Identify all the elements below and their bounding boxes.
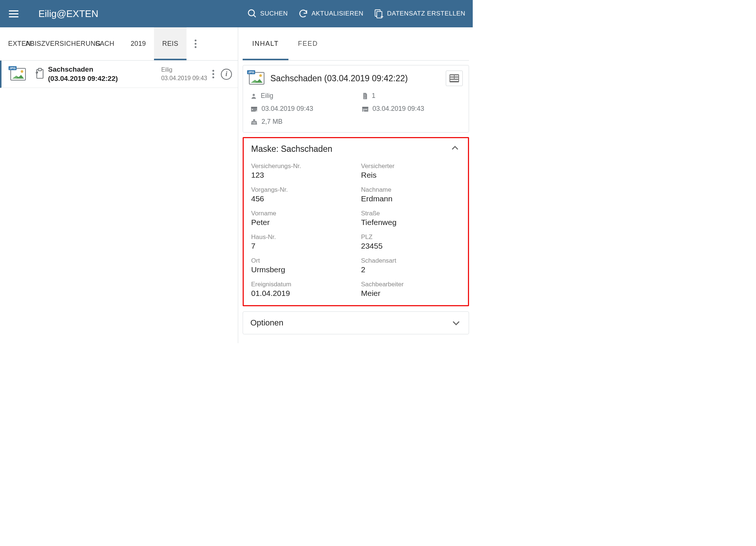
svg-rect-12 bbox=[455, 78, 458, 79]
refresh-label: AKTUALISIEREN bbox=[311, 10, 363, 17]
svg-rect-9 bbox=[450, 75, 454, 76]
svg-rect-24 bbox=[366, 109, 367, 110]
svg-rect-7 bbox=[38, 68, 42, 71]
search-icon bbox=[247, 8, 257, 19]
svg-rect-21 bbox=[362, 107, 368, 108]
fld-value: 2 bbox=[361, 265, 460, 274]
summary-card: JPG Sachschaden (03.04.2019 09:42:22) Ei… bbox=[243, 65, 469, 133]
refresh-icon bbox=[298, 8, 308, 19]
fld-label: Ort bbox=[251, 257, 350, 265]
summary-jpg-icon: JPG bbox=[249, 72, 264, 85]
chevron-down-icon bbox=[451, 318, 461, 328]
tab-inhalt[interactable]: INHALT bbox=[243, 27, 288, 60]
app-title: Eilig@EXTEN bbox=[38, 8, 98, 20]
inbox-icon bbox=[35, 68, 44, 81]
tab-feed[interactable]: FEED bbox=[288, 27, 328, 60]
svg-rect-22 bbox=[363, 109, 364, 110]
app-header: Eilig@EXTEN SUCHEN AKTUALISIEREN DATENSA… bbox=[0, 0, 473, 27]
detail-tabbar: INHALT FEED bbox=[243, 27, 469, 61]
new-record-icon bbox=[374, 8, 384, 19]
svg-rect-13 bbox=[450, 80, 458, 81]
tab-reis[interactable]: REIS bbox=[154, 27, 187, 60]
modified-date-icon bbox=[362, 106, 369, 112]
mask-grid: Versicherungs-Nr.123 VersicherterReis Vo… bbox=[244, 157, 468, 305]
menu-icon[interactable] bbox=[7, 8, 20, 20]
vertical-dots-icon bbox=[195, 40, 196, 48]
svg-rect-26 bbox=[253, 119, 255, 121]
left-pane: EXTEN ABISZVERSICHERUNG SACH 2019 REIS J… bbox=[0, 27, 238, 343]
summary-modified: 03.04.2019 09:43 bbox=[373, 105, 424, 113]
fld-value: 01.04.2019 bbox=[251, 289, 350, 298]
form-icon bbox=[449, 74, 459, 82]
fld-value: 123 bbox=[251, 171, 350, 180]
svg-text:2: 2 bbox=[364, 96, 366, 99]
svg-rect-25 bbox=[363, 110, 364, 111]
version-icon: 12 bbox=[362, 92, 368, 100]
svg-rect-23 bbox=[365, 109, 365, 110]
fld-label: Ereignisdatum bbox=[251, 281, 350, 288]
fld-label: Versicherungs-Nr. bbox=[251, 163, 350, 170]
fld-value: Tiefenweg bbox=[361, 218, 460, 227]
svg-point-0 bbox=[248, 10, 254, 16]
svg-line-1 bbox=[253, 15, 256, 17]
svg-point-14 bbox=[253, 94, 255, 96]
search-label: SUCHEN bbox=[260, 10, 288, 17]
breadcrumb-tabbar: EXTEN ABISZVERSICHERUNG SACH 2019 REIS bbox=[0, 27, 238, 61]
svg-text:1: 1 bbox=[364, 94, 366, 96]
refresh-button[interactable]: AKTUALISIEREN bbox=[298, 8, 363, 19]
document-more-button[interactable] bbox=[212, 70, 214, 78]
document-title-line2: (03.04.2019 09:42:22) bbox=[48, 75, 118, 82]
fld-value: Reis bbox=[361, 171, 460, 180]
mask-heading: Maske: Sachschaden bbox=[251, 144, 332, 154]
fld-label: Sachbearbeiter bbox=[361, 281, 460, 288]
document-title-line1: Sachschaden bbox=[48, 65, 93, 73]
options-section[interactable]: Optionen bbox=[243, 311, 469, 334]
summary-title: Sachschaden (03.04.2019 09:42:22) bbox=[270, 74, 446, 83]
summary-created: 03.04.2019 09:43 bbox=[261, 105, 313, 113]
created-date-icon bbox=[250, 106, 258, 112]
collapse-button[interactable] bbox=[450, 143, 460, 154]
document-row[interactable]: JPG Sachschaden (03.04.2019 09:42:22) Ei… bbox=[0, 61, 238, 88]
svg-rect-18 bbox=[251, 107, 257, 108]
fld-value: Meier bbox=[361, 289, 460, 298]
svg-rect-10 bbox=[455, 75, 458, 76]
new-record-button[interactable]: DATENSATZ ERSTELLEN bbox=[374, 8, 465, 19]
fld-value: Erdmann bbox=[361, 194, 460, 203]
fld-label: Haus-Nr. bbox=[251, 233, 350, 241]
form-view-button[interactable] bbox=[446, 71, 463, 86]
fld-label: Straße bbox=[361, 210, 460, 217]
right-pane: INHALT FEED JPG Sachschaden (03.04.2019 … bbox=[238, 27, 473, 343]
tab-abiszversicherung[interactable]: ABISZVERSICHERUNG bbox=[39, 27, 87, 60]
search-button[interactable]: SUCHEN bbox=[247, 8, 288, 19]
fld-label: Vorname bbox=[251, 210, 350, 217]
new-record-label: DATENSATZ ERSTELLEN bbox=[387, 10, 465, 17]
filesize-icon: KB bbox=[250, 119, 258, 125]
summary-version: 1 bbox=[372, 92, 376, 100]
fld-value: 456 bbox=[251, 194, 350, 203]
fld-label: Schadensart bbox=[361, 257, 460, 265]
summary-size: 2,7 MB bbox=[261, 118, 283, 126]
summary-owner: Eilig bbox=[261, 92, 273, 100]
thumbnail-jpg-icon: JPG bbox=[10, 68, 26, 81]
fld-value: Peter bbox=[251, 218, 350, 227]
chevron-up-icon bbox=[450, 143, 460, 153]
info-button[interactable]: i bbox=[221, 69, 232, 80]
fld-label: Vorgangs-Nr. bbox=[251, 186, 350, 194]
tab-overflow-button[interactable] bbox=[187, 27, 205, 60]
tab-sach[interactable]: SACH bbox=[87, 27, 123, 60]
svg-rect-19 bbox=[252, 109, 253, 110]
svg-rect-11 bbox=[450, 78, 454, 79]
mask-section: Maske: Sachschaden Versicherungs-Nr.123 … bbox=[243, 137, 469, 306]
fld-value: 23455 bbox=[361, 242, 460, 250]
document-owner: Eilig bbox=[161, 66, 207, 74]
fld-label: Nachname bbox=[361, 186, 460, 194]
fld-value: 7 bbox=[251, 242, 350, 250]
options-label: Optionen bbox=[250, 318, 283, 328]
user-icon bbox=[250, 93, 257, 99]
document-timestamp: 03.04.2019 09:43 bbox=[161, 74, 207, 82]
fld-value: Urmsberg bbox=[251, 265, 350, 274]
fld-label: Versicherter bbox=[361, 163, 460, 170]
tab-2019[interactable]: 2019 bbox=[123, 27, 154, 60]
svg-text:KB: KB bbox=[253, 121, 256, 124]
fld-label: PLZ bbox=[361, 233, 460, 241]
